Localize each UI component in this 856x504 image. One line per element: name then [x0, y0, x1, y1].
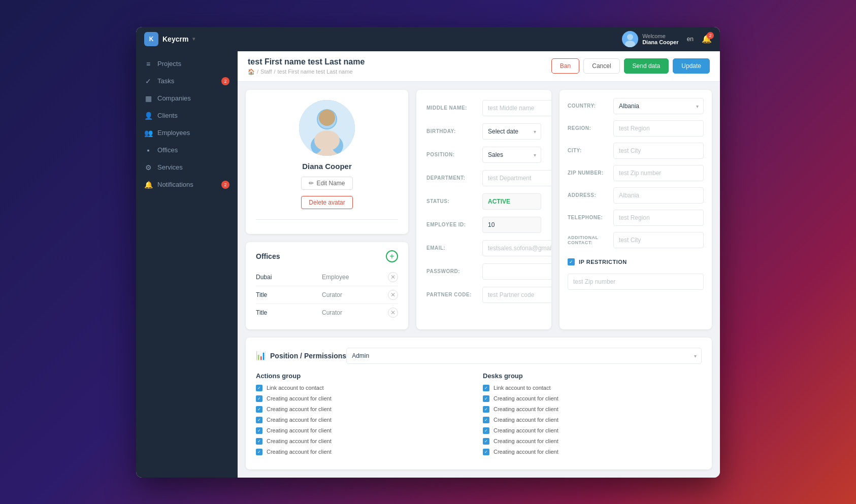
tasks-badge: 2: [221, 77, 229, 85]
main-layout: ≡ Projects ✓ Tasks 2 ▦ Companies 👤 Clien…: [136, 51, 720, 478]
ban-button[interactable]: Ban: [551, 58, 579, 74]
actions-group-title: Actions group: [256, 372, 475, 380]
department-input[interactable]: [482, 170, 551, 186]
country-select[interactable]: Albania: [613, 98, 704, 114]
perm-label-actions-2: Creating account for client: [267, 406, 332, 412]
perm-check-desks-6[interactable]: ✓: [483, 449, 489, 455]
perm-check-actions-5[interactable]: ✓: [256, 438, 262, 445]
position-select[interactable]: Sales: [482, 147, 541, 163]
delete-avatar-button[interactable]: Delete avatar: [301, 196, 352, 209]
perm-check-desks-0[interactable]: ✓: [483, 385, 489, 391]
avatar-container: [299, 100, 355, 156]
perm-item-desks-3: ✓ Creating account for client: [483, 417, 702, 423]
zip-extra-input[interactable]: [568, 274, 704, 290]
user-text: Welcome Diana Cooper: [642, 33, 679, 45]
sidebar-item-notifications[interactable]: 🔔 Notifications 2: [136, 176, 238, 193]
sidebar-item-projects[interactable]: ≡ Projects: [136, 55, 238, 73]
form-row-status: STATUS: ACTIVE: [426, 193, 541, 210]
pencil-icon: ✏: [309, 180, 314, 187]
permissions-select-wrapper: Admin Manager Employee: [346, 348, 702, 364]
update-button[interactable]: Update: [673, 58, 710, 74]
status-label: STATUS:: [426, 198, 482, 204]
sidebar-label-clients: Clients: [157, 112, 178, 119]
perm-item-actions-5: ✓ Creating account for client: [256, 438, 475, 445]
permissions-select[interactable]: Admin Manager Employee: [346, 348, 702, 364]
cancel-button[interactable]: Cancel: [583, 58, 619, 74]
ip-restriction-checkbox[interactable]: ✓: [568, 258, 575, 265]
sidebar-item-services[interactable]: ⚙ Services: [136, 159, 238, 176]
telephone-input[interactable]: [613, 210, 704, 226]
perm-check-actions-0[interactable]: ✓: [256, 385, 262, 391]
page-header-left: test First name test Last name 🏠 / Staff…: [248, 57, 365, 75]
perm-check-desks-1[interactable]: ✓: [483, 395, 489, 402]
office-role-0: Employee: [322, 274, 388, 281]
offices-card: Offices + Dubai Employee ✕ Title Curator: [246, 242, 408, 329]
sidebar-label-offices: Offices: [157, 146, 178, 154]
sidebar-item-offices[interactable]: ▪ Offices: [136, 142, 238, 159]
perm-check-actions-2[interactable]: ✓: [256, 406, 262, 413]
city-input[interactable]: [613, 143, 704, 159]
logo[interactable]: K Keycrm ▾: [144, 32, 195, 46]
password-label: PASSWORD:: [426, 268, 482, 274]
perm-check-actions-4[interactable]: ✓: [256, 427, 262, 434]
remove-office-0[interactable]: ✕: [388, 272, 398, 282]
sidebar-item-tasks[interactable]: ✓ Tasks 2: [136, 73, 238, 90]
sidebar-label-tasks: Tasks: [157, 77, 174, 85]
office-row-0: Dubai Employee ✕: [256, 268, 398, 286]
office-role-2: Curator: [322, 309, 388, 316]
perm-check-desks-4[interactable]: ✓: [483, 427, 489, 434]
email-input[interactable]: [482, 240, 551, 256]
perm-check-desks-3[interactable]: ✓: [483, 417, 489, 423]
form-card: MIDDLE NAME: BIRTHDAY: Select date POSIT…: [416, 90, 551, 329]
perm-label-desks-0: Link account to contact: [493, 385, 551, 391]
birthday-select[interactable]: Select date: [482, 123, 541, 140]
sidebar-item-clients[interactable]: 👤 Clients: [136, 107, 238, 124]
partner-code-label: PARTNER CODE:: [426, 292, 482, 297]
country-label: COUNTRY:: [568, 103, 613, 109]
form-row-partner-code: PARTNER CODE:: [426, 287, 541, 303]
edit-name-button[interactable]: ✏ Edit Name: [301, 177, 352, 190]
perm-label-actions-0: Link account to contact: [267, 385, 324, 391]
remove-office-1[interactable]: ✕: [388, 290, 398, 300]
region-input[interactable]: [613, 120, 704, 137]
notification-icon[interactable]: 🔔 2: [702, 34, 712, 44]
add-office-button[interactable]: +: [386, 250, 398, 262]
send-data-button[interactable]: Send data: [624, 58, 669, 74]
user-info[interactable]: Welcome Diana Cooper: [622, 31, 679, 47]
desks-group-title: Desks group: [483, 372, 702, 380]
avatar-image: [299, 100, 355, 156]
permissions-card: 📊 Position / Permissions Admin Manager E…: [246, 338, 712, 469]
right-row-telephone: TELEPHONE:: [568, 210, 704, 226]
breadcrumb-home-icon[interactable]: 🏠: [248, 69, 255, 75]
perm-item-actions-3: ✓ Creating account for client: [256, 417, 475, 423]
office-name-2: Title: [256, 309, 322, 316]
employee-id-label: EMPLOYEE ID:: [426, 222, 482, 227]
sidebar-item-companies[interactable]: ▦ Companies: [136, 90, 238, 107]
address-input[interactable]: [613, 187, 704, 204]
form-row-password: PASSWORD:: [426, 263, 541, 280]
office-row-2: Title Curator ✕: [256, 304, 398, 321]
perm-check-actions-3[interactable]: ✓: [256, 417, 262, 423]
telephone-label: TELEPHONE:: [568, 215, 613, 220]
language-button[interactable]: en: [687, 36, 694, 43]
middle-name-input[interactable]: [482, 100, 551, 116]
region-label: REGION:: [568, 125, 613, 131]
office-role-1: Curator: [322, 291, 388, 298]
user-name: Diana Cooper: [642, 39, 679, 45]
divider: [256, 219, 398, 220]
breadcrumb-staff-link[interactable]: Staff: [260, 69, 272, 75]
password-input[interactable]: [482, 263, 551, 280]
bottom-section: 📊 Position / Permissions Admin Manager E…: [238, 338, 720, 478]
perm-check-desks-5[interactable]: ✓: [483, 438, 489, 445]
perm-check-actions-1[interactable]: ✓: [256, 395, 262, 402]
remove-office-2[interactable]: ✕: [388, 308, 398, 318]
partner-code-input[interactable]: [482, 287, 551, 303]
perm-check-desks-2[interactable]: ✓: [483, 406, 489, 413]
office-row-1: Title Curator ✕: [256, 286, 398, 304]
zip-number-input[interactable]: [613, 165, 704, 181]
sidebar-label-notifications: Notifications: [157, 181, 193, 188]
sidebar-item-employees[interactable]: 👥 Employees: [136, 124, 238, 142]
additional-contact-input[interactable]: [613, 232, 704, 248]
perm-check-actions-6[interactable]: ✓: [256, 449, 262, 455]
employees-icon: 👥: [144, 129, 152, 137]
